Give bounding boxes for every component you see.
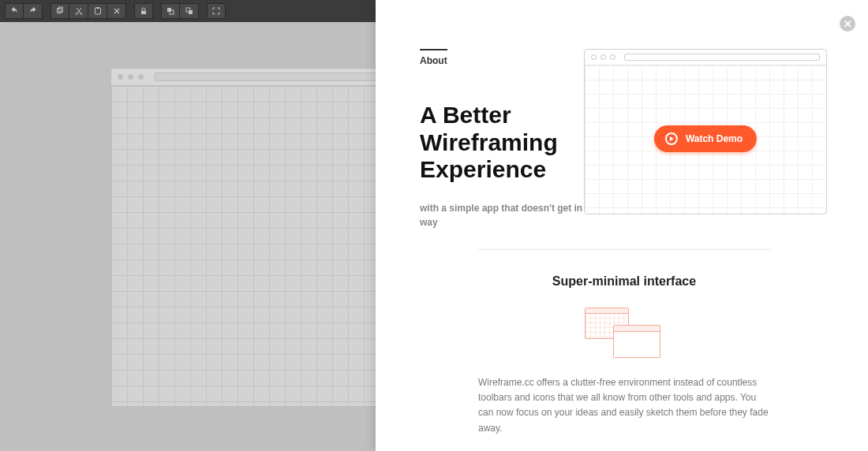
traffic-light-outline <box>610 54 615 60</box>
feature-body: Wireframe.cc offers a clutter-free envir… <box>478 375 770 436</box>
traffic-light-dot <box>128 74 133 80</box>
to-back-button[interactable] <box>161 3 180 19</box>
undo-icon <box>9 6 19 16</box>
lock-button[interactable] <box>134 3 153 19</box>
feature-illustration <box>585 308 664 358</box>
feature-section: Super-minimal interface Wireframe.cc off… <box>478 274 770 436</box>
fullscreen-button[interactable] <box>207 3 226 19</box>
feature-title: Super-minimal interface <box>478 274 770 289</box>
close-icon: ✕ <box>844 18 852 30</box>
play-icon <box>665 132 678 145</box>
to-back-icon <box>166 6 175 16</box>
traffic-light-outline <box>591 54 597 60</box>
paste-icon <box>93 6 103 16</box>
to-front-button[interactable] <box>180 3 199 19</box>
paste-button[interactable] <box>88 3 107 19</box>
copy-button[interactable] <box>51 3 69 19</box>
hero-block: About A Better Wireframing Experience wi… <box>420 49 609 229</box>
watch-demo-button[interactable]: Watch Demo <box>654 125 757 152</box>
redo-button[interactable] <box>24 3 43 19</box>
undo-button[interactable] <box>5 3 24 19</box>
mini-browser-chrome <box>585 50 826 65</box>
copy-icon <box>55 6 65 16</box>
hero-title: A Better Wireframing Experience <box>420 102 609 184</box>
close-button[interactable]: ✕ <box>840 16 855 32</box>
to-front-icon <box>185 6 194 16</box>
section-divider <box>478 249 770 250</box>
fullscreen-icon <box>211 6 221 16</box>
traffic-light-dot <box>138 74 144 80</box>
svg-rect-6 <box>141 11 146 15</box>
hero-illustration-browser: Watch Demo <box>584 49 827 214</box>
cut-button[interactable] <box>69 3 88 19</box>
svg-rect-5 <box>96 7 99 9</box>
illus-window-front <box>613 325 660 358</box>
about-label: About <box>420 49 447 66</box>
redo-icon <box>28 6 38 16</box>
svg-rect-10 <box>189 10 193 14</box>
cut-icon <box>74 6 84 16</box>
traffic-light-outline <box>600 54 606 60</box>
mini-url-bar <box>624 54 820 61</box>
hero-subtitle: with a simple app that doesn't get in yo… <box>420 201 609 229</box>
delete-icon <box>112 6 122 16</box>
watch-demo-label: Watch Demo <box>686 133 743 144</box>
delete-button[interactable] <box>107 3 126 19</box>
svg-rect-4 <box>95 8 100 14</box>
about-panel: ✕ About A Better Wireframing Experience … <box>376 0 868 451</box>
traffic-light-dot <box>118 74 123 80</box>
lock-icon <box>139 6 148 16</box>
